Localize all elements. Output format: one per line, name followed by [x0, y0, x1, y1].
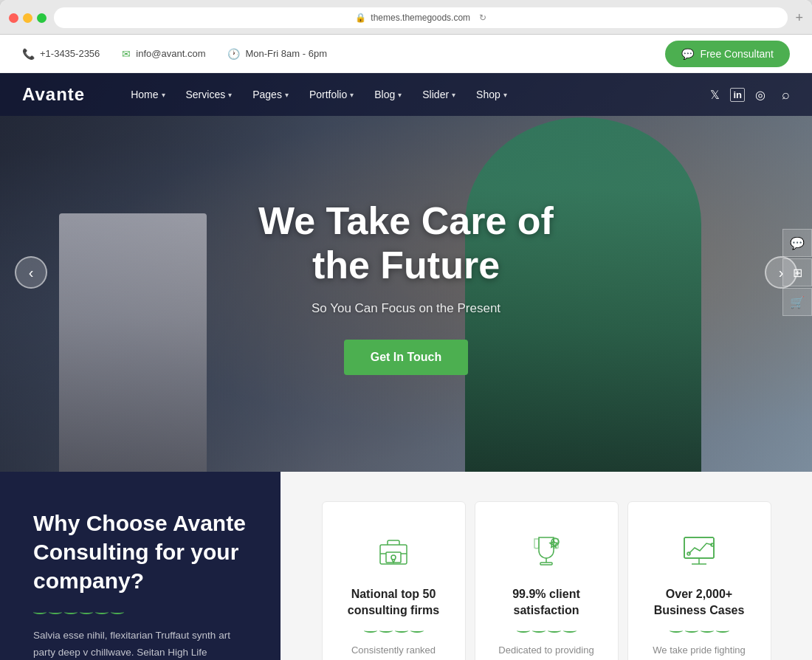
fullscreen-dot[interactable] — [37, 13, 47, 23]
nav-menu: Home ▾ Services ▾ Pages ▾ Portfolio ▾ Bl… — [122, 83, 710, 106]
business-hours: Mon-Fri 8am - 6pm — [245, 48, 327, 59]
nav-slider[interactable]: Slider ▾ — [413, 83, 464, 106]
chevron-down-icon: ▾ — [503, 91, 507, 99]
chevron-down-icon: ▾ — [228, 91, 232, 99]
nav-home[interactable]: Home ▾ — [122, 83, 173, 106]
main-navigation: Avante Home ▾ Services ▾ Pages ▾ Portfol… — [0, 73, 812, 116]
svg-rect-6 — [540, 563, 552, 565]
instagram-icon[interactable]: ◎ — [755, 88, 765, 102]
wave-segment — [111, 610, 124, 614]
why-wave-divider — [33, 610, 247, 614]
svg-point-4 — [391, 555, 396, 560]
side-grid-widget[interactable]: ⊞ — [782, 258, 812, 286]
hero-subtitle: So You Can Focus on the Present — [312, 301, 500, 316]
email-item: ✉ info@avant.com — [122, 48, 205, 60]
why-body-text: Salvia esse nihil, flexitarian Truffaut … — [33, 628, 247, 660]
new-tab-button[interactable]: + — [795, 10, 803, 26]
nav-services[interactable]: Services ▾ — [177, 83, 241, 106]
trophy-icon — [527, 532, 565, 570]
nav-portfolio[interactable]: Portfolio ▾ — [300, 83, 362, 106]
top-bar: 📞 +1-3435-2356 ✉ info@avant.com 🕐 Mon-Fr… — [0, 35, 812, 73]
email-address: info@avant.com — [136, 48, 205, 59]
card-wave-1 — [364, 628, 424, 633]
chevron-down-icon: ▾ — [452, 91, 455, 99]
chevron-down-icon: ▾ — [285, 91, 289, 99]
nav-blog[interactable]: Blog ▾ — [365, 83, 410, 106]
card-icon-1 — [371, 529, 416, 573]
side-comment-widget[interactable]: 💬 — [782, 229, 812, 257]
card-text-3: We take pride fighting for — [649, 643, 750, 660]
chevron-down-icon: ▾ — [350, 91, 354, 99]
card-wave-3 — [670, 628, 729, 633]
site-logo[interactable]: Avante — [22, 84, 85, 105]
why-section: Why Choose Avante Consulting for your co… — [0, 472, 812, 660]
card-text-1: Consistently ranked among — [343, 643, 444, 660]
card-title-3: Over 2,000+ Business Cases — [649, 586, 750, 618]
nav-pages[interactable]: Pages ▾ — [244, 83, 297, 106]
url-text: themes.themegoods.com — [371, 13, 470, 23]
card-title-1: National top 50 consulting firms — [343, 586, 444, 618]
chat-icon: 💬 — [681, 48, 694, 60]
wave-segment — [80, 610, 93, 614]
chevron-down-icon: ▾ — [162, 91, 165, 99]
wave-segment — [64, 610, 78, 614]
card-title-2: 99.9% client satisfaction — [496, 586, 597, 618]
phone-number: +1-3435-2356 — [40, 48, 100, 59]
hero-prev-button[interactable]: ‹ — [15, 256, 47, 289]
minimize-dot[interactable] — [23, 13, 32, 23]
clock-icon: 🕐 — [227, 48, 240, 60]
browser-chrome: 🔒 themes.themegoods.com ↻ + — [0, 0, 812, 35]
refresh-icon[interactable]: ↻ — [479, 13, 486, 23]
card-wave-2 — [517, 628, 577, 633]
social-links: 𝕏 in ◎ ⌕ — [710, 87, 790, 103]
hero-content: We Take Care of the Future So You Can Fo… — [0, 73, 812, 472]
free-consultant-button[interactable]: 💬 Free Consultant — [665, 41, 790, 67]
why-left-panel: Why Choose Avante Consulting for your co… — [0, 472, 281, 660]
side-widgets: 💬 ⊞ 🛒 — [782, 229, 812, 316]
hours-item: 🕐 Mon-Fri 8am - 6pm — [227, 48, 327, 60]
why-title: Why Choose Avante Consulting for your co… — [33, 509, 247, 595]
twitter-icon[interactable]: 𝕏 — [710, 88, 720, 102]
monitor-chart-icon — [680, 532, 718, 570]
wave-segment — [33, 610, 47, 614]
linkedin-icon[interactable]: in — [730, 88, 745, 102]
chevron-down-icon: ▾ — [398, 91, 402, 99]
get-in-touch-button[interactable]: Get In Touch — [344, 340, 469, 375]
svg-rect-0 — [380, 545, 407, 564]
svg-rect-1 — [386, 552, 401, 563]
wave-segment — [95, 610, 109, 614]
nav-shop[interactable]: Shop ▾ — [467, 83, 516, 106]
card-icon-3 — [677, 529, 721, 573]
lock-icon: 🔒 — [355, 13, 366, 23]
feature-card-2: 99.9% client satisfaction Dedicated to p… — [475, 501, 619, 660]
phone-icon: 📞 — [22, 48, 35, 60]
feature-cards-section: National top 50 consulting firms Consist… — [281, 472, 812, 660]
phone-item: 📞 +1-3435-2356 — [22, 48, 100, 60]
briefcase-award-icon — [374, 532, 413, 570]
top-bar-info: 📞 +1-3435-2356 ✉ info@avant.com 🕐 Mon-Fr… — [22, 48, 665, 60]
feature-card-3: Over 2,000+ Business Cases We take pride… — [627, 501, 771, 660]
side-cart-widget[interactable]: 🛒 — [782, 288, 812, 316]
hero-section: Avante Home ▾ Services ▾ Pages ▾ Portfol… — [0, 73, 812, 472]
feature-card-1: National top 50 consulting firms Consist… — [322, 501, 466, 660]
close-dot[interactable] — [9, 13, 18, 23]
hero-title: We Take Care of the Future — [258, 199, 554, 288]
card-icon-2 — [524, 529, 568, 573]
browser-window: 🔒 themes.themegoods.com ↻ + 📞 +1-3435-23… — [0, 0, 812, 660]
wave-segment — [49, 610, 62, 614]
browser-dots — [9, 13, 47, 23]
address-bar[interactable]: 🔒 themes.themegoods.com ↻ — [54, 7, 788, 28]
search-icon[interactable]: ⌕ — [782, 87, 790, 103]
card-text-2: Dedicated to providing — [498, 643, 593, 659]
lower-section: Why Choose Avante Consulting for your co… — [0, 472, 812, 660]
email-icon: ✉ — [122, 48, 131, 60]
